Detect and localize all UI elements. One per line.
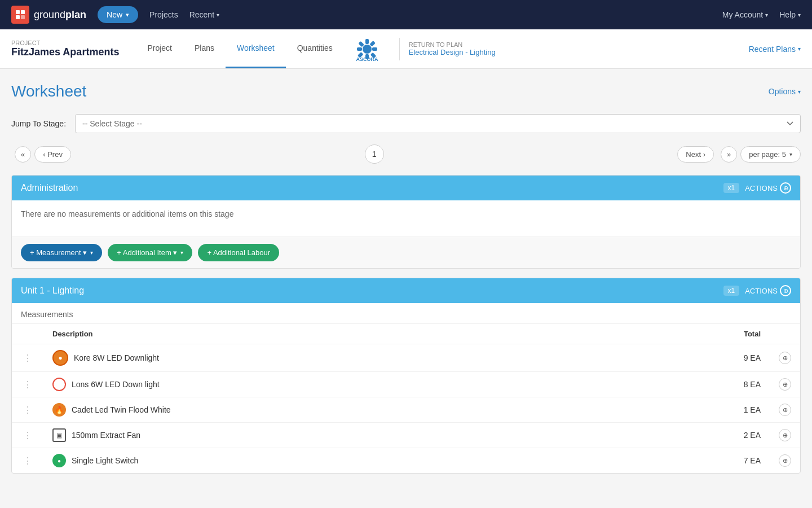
table-row: ⋮ ▣ 150mm Extract Fan 2 EA ⊕	[12, 423, 800, 448]
svg-text:ASCORA: ASCORA	[356, 56, 378, 62]
svg-rect-9	[369, 41, 376, 47]
svg-rect-1	[21, 10, 25, 14]
item-desc: ▣ 150mm Extract Fan	[52, 428, 612, 442]
pagination-top: « ‹ Prev 1 Next › » per page: 5	[11, 144, 801, 164]
row-action-button[interactable]: ⊕	[779, 352, 791, 364]
tab-project[interactable]: Project	[136, 29, 183, 68]
ascora-logo: ASCORA	[353, 35, 381, 63]
pag-next-button[interactable]: Next ›	[677, 146, 714, 163]
top-navigation: groundplan New Projects Recent My Accoun…	[0, 0, 812, 29]
stage-administration: Administration x1 ACTIONS ⊕ There are no…	[11, 175, 801, 269]
col-actions	[770, 324, 800, 344]
svg-rect-5	[365, 39, 369, 44]
drag-handle[interactable]: ⋮	[21, 431, 34, 440]
col-drag	[12, 324, 43, 344]
logo-icon	[11, 6, 29, 24]
stage-administration-header: Administration x1 ACTIONS ⊕	[12, 176, 800, 200]
item-total: 1 EA	[621, 397, 770, 423]
item-icon-fan: ▣	[52, 428, 66, 442]
tab-quantities[interactable]: Quantities	[286, 29, 344, 68]
item-desc: ● Single Light Switch	[52, 454, 612, 467]
stage-header-right: x1 ACTIONS ⊕	[723, 182, 791, 194]
drag-handle[interactable]: ⋮	[21, 353, 34, 363]
row-action-button[interactable]: ⊕	[779, 454, 791, 467]
logo-text: groundplan	[34, 9, 86, 21]
stage-unit1-lighting: Unit 1 - Lighting x1 ACTIONS ⊕ Measureme…	[11, 278, 801, 474]
stage-administration-footer: + Measurement ▾ + Additional Item ▾ + Ad…	[12, 237, 800, 268]
svg-rect-8	[357, 47, 362, 51]
row-action-button[interactable]: ⊕	[779, 404, 791, 416]
logo[interactable]: groundplan	[11, 6, 86, 24]
projects-link[interactable]: Projects	[149, 10, 178, 19]
stage-actions-btn[interactable]: ACTIONS ⊕	[745, 182, 791, 194]
add-measurement-button[interactable]: + Measurement ▾	[21, 244, 102, 261]
pag-center: 1	[71, 144, 677, 164]
table-row: ⋮ Lons 6W LED Down light 8 EA ⊕	[12, 372, 800, 397]
measurements-label: Measurements	[12, 303, 800, 324]
nav-right: My Account Help	[722, 10, 801, 19]
new-button[interactable]: New	[98, 6, 138, 23]
item-total: 9 EA	[621, 344, 770, 372]
return-to-plan: RETURN TO PLAN Electrical Design - Light…	[409, 41, 496, 56]
pag-last-button[interactable]: »	[721, 146, 737, 163]
item-description: Single Light Switch	[72, 456, 138, 465]
row-action-button[interactable]: ⊕	[779, 378, 791, 391]
svg-rect-0	[16, 10, 20, 14]
stage-unit1-actions-circle[interactable]: ⊕	[780, 285, 791, 296]
stage-select[interactable]: -- Select Stage --	[75, 114, 801, 133]
drag-handle[interactable]: ⋮	[21, 405, 34, 415]
stage-actions-circle[interactable]: ⊕	[780, 182, 791, 194]
page-header: Worksheet Options	[11, 82, 801, 100]
item-desc: ● Kore 8W LED Downlight	[52, 350, 612, 366]
ascora-gear-icon: ASCORA	[353, 35, 381, 63]
svg-rect-2	[16, 15, 20, 19]
tab-plans[interactable]: Plans	[183, 29, 226, 68]
table-row: ⋮ ● Kore 8W LED Downlight 9 EA ⊕	[12, 344, 800, 372]
return-plan-link[interactable]: Electrical Design - Lighting	[409, 48, 496, 56]
svg-point-4	[363, 45, 372, 54]
drag-handle[interactable]: ⋮	[21, 380, 34, 389]
tab-worksheet[interactable]: Worksheet	[226, 29, 286, 68]
pag-first-button[interactable]: «	[15, 146, 31, 163]
stage-unit1-actions-btn[interactable]: ACTIONS ⊕	[745, 285, 791, 296]
project-label: PROJECT	[11, 40, 119, 46]
col-description: Description	[43, 324, 621, 344]
account-link[interactable]: My Account	[722, 10, 768, 19]
help-link[interactable]: Help	[779, 10, 801, 19]
per-page-button[interactable]: per page: 5	[740, 146, 801, 163]
stage-administration-body: There are no measurements or additional …	[12, 200, 800, 237]
project-info: PROJECT FitzJames Apartments	[11, 40, 119, 58]
item-total: 2 EA	[621, 423, 770, 448]
recent-link[interactable]: Recent	[189, 10, 219, 19]
nav-left: groundplan New Projects Recent	[11, 6, 219, 24]
item-description: Kore 8W LED Downlight	[74, 353, 159, 362]
project-name: FitzJames Apartments	[11, 46, 119, 58]
stage-unit1-header: Unit 1 - Lighting x1 ACTIONS ⊕	[12, 278, 800, 303]
options-button[interactable]: Options	[769, 87, 801, 96]
col-total: Total	[621, 324, 770, 344]
stage-x1-badge: x1	[723, 183, 740, 193]
item-icon-downlight: ●	[52, 350, 68, 366]
item-icon-switch: ●	[52, 454, 66, 467]
pag-prev-button[interactable]: ‹ Prev	[34, 146, 71, 163]
item-description: Cadet Led Twin Flood White	[72, 405, 171, 414]
add-item-button[interactable]: + Additional Item ▾	[108, 244, 192, 261]
item-desc: Lons 6W LED Down light	[52, 378, 612, 391]
table-row: ⋮ 🔥 Cadet Led Twin Flood White 1 EA ⊕	[12, 397, 800, 423]
return-label: RETURN TO PLAN	[409, 41, 496, 48]
item-total: 8 EA	[621, 372, 770, 397]
item-icon-downlight2	[52, 378, 66, 391]
svg-rect-12	[358, 41, 364, 47]
drag-handle[interactable]: ⋮	[21, 456, 34, 466]
recent-plans-button[interactable]: Recent Plans	[749, 45, 801, 54]
item-total: 7 EA	[621, 448, 770, 474]
stage-unit1-x1-badge: x1	[723, 286, 740, 296]
item-description: 150mm Extract Fan	[72, 431, 140, 440]
row-action-button[interactable]: ⊕	[779, 429, 791, 441]
table-row: ⋮ ● Single Light Switch 7 EA ⊕	[12, 448, 800, 474]
stage-unit1-header-right: x1 ACTIONS ⊕	[723, 285, 791, 296]
item-description: Lons 6W LED Down light	[72, 380, 160, 389]
no-measurements-text: There are no measurements or additional …	[21, 209, 791, 218]
add-labour-button[interactable]: + Additional Labour	[198, 244, 279, 261]
pag-current-page: 1	[365, 144, 384, 164]
